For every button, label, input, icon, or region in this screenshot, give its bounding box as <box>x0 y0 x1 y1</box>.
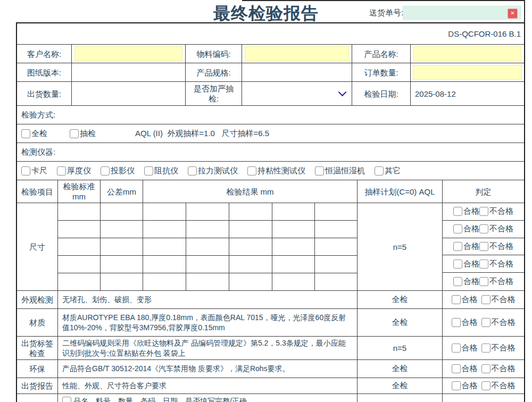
sampling-inspection-option[interactable]: 抽检 <box>70 129 96 139</box>
fail-checkbox[interactable] <box>479 259 488 269</box>
result-cell[interactable] <box>101 221 143 238</box>
product-name-field[interactable] <box>413 46 521 61</box>
pass-label: 合格 <box>463 277 479 287</box>
instrument-option-caliper[interactable]: 卡尺 <box>21 166 47 176</box>
result-cell[interactable] <box>186 256 229 273</box>
instrument-option-tension-tester[interactable]: 拉力测试仪 <box>188 166 238 176</box>
result-cell[interactable] <box>143 238 186 256</box>
result-cell[interactable] <box>229 256 272 273</box>
delivery-no-input[interactable]: ✕ <box>403 6 521 20</box>
result-cell[interactable] <box>186 273 229 291</box>
product-spec-label: 产品规格: <box>186 63 242 81</box>
caliper-checkbox[interactable] <box>21 166 30 175</box>
result-cell[interactable] <box>272 221 315 238</box>
tension-tester-checkbox[interactable] <box>188 166 197 175</box>
pass-checkbox[interactable] <box>452 364 461 373</box>
result-cell[interactable] <box>186 203 229 221</box>
fail-checkbox[interactable] <box>481 295 491 304</box>
sampling-inspection-checkbox[interactable] <box>70 129 79 138</box>
result-cell[interactable] <box>143 221 186 238</box>
instrument-option-adhesion-tester[interactable]: 持粘性测试仪 <box>247 166 305 176</box>
result-cell[interactable] <box>58 221 101 238</box>
result-cell[interactable] <box>186 221 229 238</box>
pass-checkbox[interactable] <box>453 277 462 286</box>
instrument-option-projector[interactable]: 投影仪 <box>101 166 135 176</box>
projector-checkbox[interactable] <box>101 166 110 175</box>
appearance-sampling: 全检 <box>358 291 443 308</box>
result-cell[interactable] <box>101 203 143 221</box>
result-cell[interactable] <box>315 256 358 273</box>
ship-qty-field[interactable] <box>72 82 186 105</box>
pass-checkbox[interactable] <box>452 295 461 304</box>
humidity-chamber-checkbox[interactable] <box>315 166 324 175</box>
fail-label: 不合格 <box>492 295 516 305</box>
close-icon[interactable]: ✕ <box>508 9 518 19</box>
material-judgment: 合格不合格 <box>443 309 524 336</box>
impedance-tester-checkbox[interactable] <box>144 166 153 175</box>
customer-name-field[interactable] <box>74 46 182 61</box>
full-inspection-option[interactable]: 全检 <box>21 129 47 139</box>
result-cell[interactable] <box>58 256 101 273</box>
material-code-field[interactable] <box>245 46 349 61</box>
result-cell[interactable] <box>229 203 272 221</box>
pass-checkbox[interactable] <box>452 318 461 327</box>
fail-checkbox[interactable] <box>481 381 491 390</box>
result-cell[interactable] <box>272 256 315 273</box>
pass-checkbox[interactable] <box>453 224 462 233</box>
result-cell[interactable] <box>58 273 101 291</box>
result-cell[interactable] <box>315 221 358 238</box>
pass-checkbox[interactable] <box>452 344 461 353</box>
pass-checkbox[interactable] <box>453 207 462 216</box>
fail-checkbox[interactable] <box>479 242 488 251</box>
result-cell[interactable] <box>143 256 186 273</box>
instrument-option-impedance-tester[interactable]: 阻抗仪 <box>144 166 178 176</box>
instrument-option-humidity-chamber[interactable]: 恒温恒湿机 <box>315 166 365 176</box>
customer-name-cell <box>72 45 186 63</box>
result-cell[interactable] <box>101 238 143 256</box>
full-inspection-checkbox[interactable] <box>21 129 30 138</box>
pass-checkbox[interactable] <box>452 381 461 390</box>
result-cell[interactable] <box>315 238 358 256</box>
adhesion-tester-checkbox[interactable] <box>247 166 256 175</box>
result-cell[interactable] <box>272 238 315 256</box>
pass-checkbox[interactable] <box>453 242 462 251</box>
result-cell[interactable] <box>315 203 358 221</box>
pass-checkbox[interactable] <box>453 259 462 269</box>
result-cell[interactable] <box>272 203 315 221</box>
strict-sampling-dropdown[interactable] <box>242 82 352 105</box>
result-cell[interactable] <box>101 273 143 291</box>
result-cell[interactable] <box>58 203 101 221</box>
other-instrument-checkbox[interactable] <box>375 166 384 175</box>
result-cell[interactable] <box>229 273 272 291</box>
fail-checkbox[interactable] <box>481 318 491 327</box>
inspection-date-value[interactable]: 2025-08-12 <box>411 82 524 105</box>
product-spec-field[interactable] <box>242 63 352 81</box>
result-cell[interactable] <box>143 203 186 221</box>
result-cell[interactable] <box>186 238 229 256</box>
chevron-down-icon <box>338 88 347 97</box>
fail-checkbox[interactable] <box>481 364 491 373</box>
fail-checkbox[interactable] <box>479 277 488 286</box>
result-cell[interactable] <box>229 238 272 256</box>
fail-checkbox[interactable] <box>479 207 488 216</box>
report-desc: 性能、外观、尺寸符合客户要求 <box>58 378 358 393</box>
caliper-label: 卡尺 <box>31 166 47 176</box>
result-cell[interactable] <box>143 273 186 291</box>
result-cell[interactable] <box>272 273 315 291</box>
instrument-option-other[interactable]: 其它 <box>375 166 401 176</box>
fail-checkbox[interactable] <box>479 224 488 233</box>
instrument-option-thickness-gauge[interactable]: 厚度仪 <box>57 166 91 176</box>
fail-checkbox[interactable] <box>481 344 491 353</box>
thickness-gauge-checkbox[interactable] <box>57 166 66 175</box>
result-cell[interactable] <box>229 221 272 238</box>
drawing-version-field[interactable] <box>72 63 186 81</box>
partial-item-cell <box>17 394 58 402</box>
result-cell[interactable] <box>101 256 143 273</box>
result-cell[interactable] <box>315 273 358 291</box>
order-qty-field[interactable] <box>413 65 522 80</box>
result-cell[interactable] <box>58 238 101 256</box>
pass-label: 合格 <box>462 317 478 328</box>
judgment-row: 合格不合格 <box>443 255 524 273</box>
env-item-label: 环保 <box>17 360 58 378</box>
partial-checkbox[interactable] <box>62 397 71 402</box>
